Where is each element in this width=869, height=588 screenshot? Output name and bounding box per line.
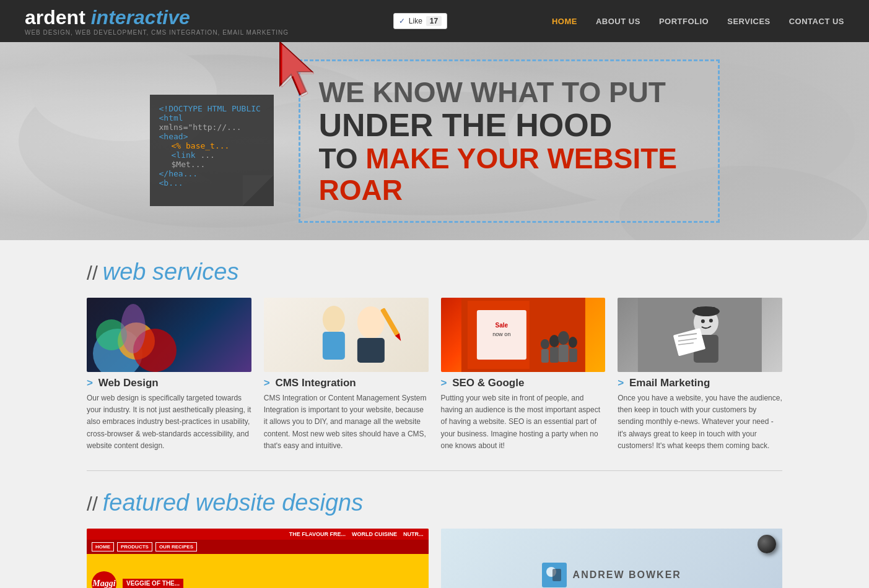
services-grid: > Web Design Our web design is specifica… [87, 298, 782, 452]
code-line-4: <% base_t... [159, 141, 264, 150]
service-desc-email: Once you have a website, you have the au… [618, 392, 782, 452]
cursor-svg [274, 42, 323, 104]
maggi-nav-nutr: NUTR... [403, 531, 424, 537]
nav-portfolio[interactable]: PORTFOLIO [659, 17, 709, 26]
andrew-icon-svg [545, 566, 564, 584]
maggi-btn-products[interactable]: PRODUCTS [117, 542, 152, 551]
code-line-5: <link ... [159, 150, 264, 160]
arrow-icon-webdesign: > [87, 377, 93, 389]
service-title-cms: > CMS Integration [264, 377, 429, 389]
svg-rect-15 [357, 338, 385, 363]
logo: ardent interactive WEB DESIGN, WEB DEVEL… [25, 6, 289, 36]
andrew-name-text: ANDREW BOWKER [573, 569, 681, 581]
featured-designs-heading: // featured website designs [87, 471, 782, 529]
nav-services[interactable]: SERVICES [727, 17, 771, 26]
nav-home[interactable]: HOME [552, 17, 577, 26]
hero-line-3: TO MAKE YOUR WEBSITE ROAR [319, 143, 699, 205]
svg-point-14 [357, 306, 385, 339]
service-title-seo: > SEO & Google [441, 377, 606, 389]
service-title-email: > Email Marketing [618, 377, 782, 389]
service-card-webdesign: > Web Design Our web design is specifica… [87, 298, 251, 452]
seo-graphic: Sale now on [441, 298, 606, 372]
maggi-logo: Maggi [92, 571, 116, 588]
svg-rect-43 [552, 569, 561, 581]
svg-point-23 [549, 335, 559, 347]
web-services-title: web services [103, 259, 239, 285]
maggi-card-inner: THE FLAVOUR FRE... WORLD CUISINE NUTR...… [87, 529, 429, 588]
svg-rect-28 [569, 348, 577, 362]
hero-line-2: UNDER THE HOOD [319, 108, 699, 143]
hero-roar: MAKE YOUR WEBSITE ROAR [319, 142, 677, 206]
hero-line-1: WE KNOW WHAT TO PUT [319, 77, 699, 108]
svg-rect-24 [549, 347, 558, 363]
maggi-btn-home[interactable]: HOME [92, 542, 114, 551]
svg-point-41 [709, 319, 713, 322]
maggi-nav-world: WORLD CUISINE [352, 531, 397, 537]
service-img-webdesign [87, 298, 251, 372]
maggi-veggie-label: VEGGIE OF THE... [123, 579, 183, 588]
service-desc-cms: CMS Integration or Content Management Sy… [264, 392, 429, 452]
facebook-like-widget[interactable]: ✓ Like 17 [393, 13, 447, 29]
maggi-buttons-row: HOME PRODUCTS OUR RECIPES [87, 540, 429, 554]
svg-rect-35 [697, 307, 715, 314]
service-desc-webdesign: Our web design is specifically targeted … [87, 392, 251, 452]
service-title-webdesign: > Web Design [87, 377, 251, 389]
code-line-3: <head> [159, 132, 264, 141]
logo-tagline: WEB DESIGN, WEB DEVELOPMENT, CMS INTEGRA… [25, 29, 289, 36]
main-nav: HOME ABOUT US PORTFOLIO SERVICES CONTACT… [552, 17, 844, 26]
featured-img-maggi: THE FLAVOUR FRE... WORLD CUISINE NUTR...… [87, 529, 429, 588]
code-line-1: <!DOCTYPE HTML PUBLIC [159, 104, 264, 113]
featured-card-andrew[interactable]: ANDREW BOWKER CLINIC FACILITIES [441, 529, 783, 588]
code-line-8: <b... [159, 178, 264, 188]
service-card-email: > Email Marketing Once you have a websit… [618, 298, 782, 452]
maggi-top-nav: THE FLAVOUR FRE... WORLD CUISINE NUTR... [87, 529, 429, 540]
nav-about[interactable]: ABOUT US [596, 17, 640, 26]
maggi-main-area: Maggi VEGGIE OF THE... [87, 554, 429, 588]
svg-point-11 [121, 304, 146, 353]
maggi-btn-recipes[interactable]: OUR RECIPES [155, 542, 197, 551]
code-snippet-wrapper: <!DOCTYPE HTML PUBLIC <html xmlns="http:… [150, 95, 274, 206]
main-content: // web services > Web Design Our web des… [0, 240, 869, 588]
svg-point-29 [540, 339, 549, 349]
hero-headline-box: WE KNOW WHAT TO PUT UNDER THE HOOD TO MA… [299, 59, 720, 223]
maggi-veggie-tag: VEGGIE OF THE... [123, 579, 183, 588]
nav-contact[interactable]: CONTACT US [789, 17, 844, 26]
featured-designs-grid: THE FLAVOUR FRE... WORLD CUISINE NUTR...… [87, 529, 782, 588]
arrow-icon-cms: > [264, 377, 270, 389]
hero-to: TO [319, 142, 358, 175]
code-line-2: <html xmlns="http://... [159, 113, 264, 132]
maggi-nav-flavour: THE FLAVOUR FRE... [289, 531, 346, 537]
svg-point-25 [557, 331, 569, 345]
andrew-logo-icon [542, 563, 567, 587]
svg-text:Sale: Sale [495, 322, 508, 329]
web-services-heading: // web services [87, 240, 782, 298]
slash-decoration-2: // [87, 493, 98, 516]
service-card-seo: Sale now on > SEO & Google Putting your [441, 298, 606, 452]
email-graphic [618, 298, 782, 372]
cursor-icon [274, 42, 323, 106]
code-line-6: $Met... [159, 160, 264, 169]
service-img-seo: Sale now on [441, 298, 606, 372]
svg-point-40 [701, 319, 705, 323]
code-line-7: </hea... [159, 169, 264, 178]
featured-card-maggi[interactable]: THE FLAVOUR FRE... WORLD CUISINE NUTR...… [87, 529, 429, 588]
featured-img-andrew: ANDREW BOWKER CLINIC FACILITIES [441, 529, 783, 588]
like-label: Like [409, 17, 422, 25]
featured-designs-title: featured website designs [103, 490, 363, 516]
andrew-logo-area: ANDREW BOWKER [542, 563, 681, 587]
svg-text:now on: now on [492, 331, 510, 337]
slash-decoration: // [87, 262, 98, 285]
andrew-title: ANDREW BOWKER [573, 569, 681, 581]
like-count: 17 [426, 16, 442, 26]
logo-interactive: interactive [91, 6, 190, 28]
svg-rect-26 [558, 345, 568, 362]
like-checkmark: ✓ [399, 17, 405, 25]
cms-graphic [264, 298, 429, 372]
service-card-cms: > CMS Integration CMS Integration or Con… [264, 298, 429, 452]
service-desc-seo: Putting your web site in front of people… [441, 392, 606, 452]
logo-ardent: ardent [25, 6, 85, 28]
code-snippet: <!DOCTYPE HTML PUBLIC <html xmlns="http:… [150, 95, 274, 206]
service-img-email [618, 298, 782, 372]
site-header: ardent interactive WEB DESIGN, WEB DEVEL… [0, 0, 869, 42]
arrow-icon-email: > [618, 377, 624, 389]
